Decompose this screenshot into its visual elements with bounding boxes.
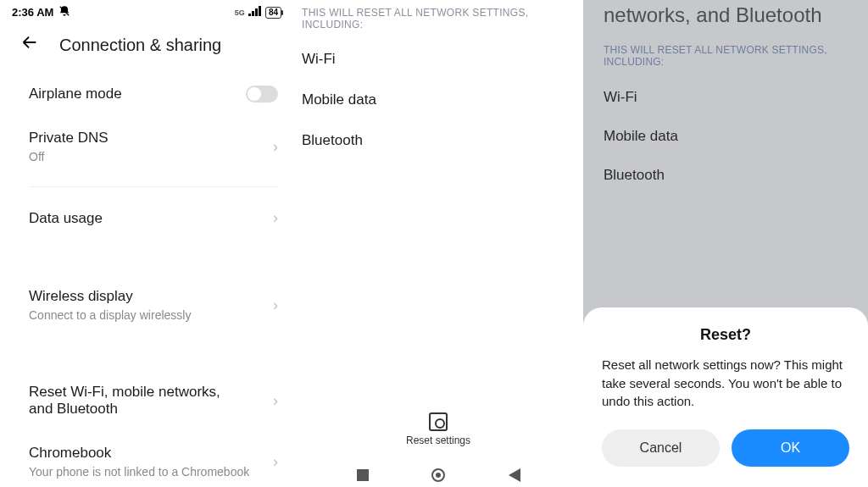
- dnd-icon: [58, 5, 70, 19]
- ok-button[interactable]: OK: [732, 429, 849, 467]
- chevron-right-icon: ›: [264, 453, 278, 471]
- row-wireless-display[interactable]: Wireless display Connect to a display wi…: [29, 274, 278, 336]
- divider: [29, 186, 278, 187]
- row-title: Airplane mode: [29, 86, 246, 102]
- settings-list: Airplane mode Private DNS Off › Data usa…: [0, 72, 293, 487]
- system-nav-bar: [293, 468, 583, 482]
- reset-icon: [429, 412, 448, 431]
- page-header: Connection & sharing: [0, 21, 293, 72]
- page-title-partial: networks, and Bluetooth: [583, 0, 868, 36]
- list-item-bluetooth: Bluetooth: [583, 156, 868, 195]
- reset-network-settings-screen: THIS WILL RESET ALL NETWORK SETTINGS, IN…: [293, 0, 583, 487]
- list-item-wifi: Wi-Fi: [302, 39, 575, 80]
- nav-back-icon[interactable]: [509, 468, 520, 482]
- battery-indicator: 84: [265, 7, 281, 19]
- row-reset-network[interactable]: Reset Wi-Fi, mobile networks, and Blueto…: [29, 370, 278, 431]
- row-title: Private DNS: [29, 130, 264, 147]
- list-item-mobile-data: Mobile data: [302, 80, 575, 120]
- reset-settings-button[interactable]: Reset settings: [293, 412, 583, 446]
- list-item-mobile-data: Mobile data: [583, 117, 868, 156]
- dialog-message: Reset all network settings now? This mig…: [602, 356, 849, 411]
- dialog-buttons: Cancel OK: [602, 429, 849, 467]
- reset-confirm-dialog-screen: networks, and Bluetooth THIS WILL RESET …: [583, 0, 868, 487]
- settings-connection-sharing-screen: 2:36 AM 5G 84 Connection & sharing Airpl…: [0, 0, 293, 487]
- confirm-dialog: Reset? Reset all network settings now? T…: [583, 307, 868, 487]
- status-bar: 2:36 AM 5G 84: [0, 0, 293, 21]
- row-private-dns[interactable]: Private DNS Off ›: [29, 116, 278, 178]
- signal-icon: [248, 6, 262, 19]
- section-caption: THIS WILL RESET ALL NETWORK SETTINGS, IN…: [583, 36, 868, 78]
- chevron-right-icon: ›: [264, 392, 278, 410]
- row-data-usage[interactable]: Data usage ›: [29, 196, 278, 241]
- network-icon: 5G: [235, 8, 245, 17]
- list-item-wifi: Wi-Fi: [583, 78, 868, 117]
- row-title: Chromebook: [29, 445, 264, 462]
- chevron-right-icon: ›: [264, 209, 278, 227]
- row-chromebook[interactable]: Chromebook Your phone is not linked to a…: [29, 431, 278, 487]
- airplane-toggle[interactable]: [246, 86, 278, 102]
- dialog-title: Reset?: [602, 326, 849, 344]
- back-icon[interactable]: [20, 33, 39, 57]
- cancel-button[interactable]: Cancel: [602, 429, 720, 467]
- reset-button-label: Reset settings: [293, 434, 583, 446]
- row-subtitle: Off: [29, 149, 264, 164]
- chevron-right-icon: ›: [264, 296, 278, 314]
- chevron-right-icon: ›: [264, 138, 278, 156]
- section-caption: THIS WILL RESET ALL NETWORK SETTINGS, IN…: [293, 0, 583, 39]
- row-airplane-mode[interactable]: Airplane mode: [29, 72, 278, 116]
- reset-items-list: Wi-Fi Mobile data Bluetooth: [293, 39, 583, 161]
- nav-home-icon[interactable]: [431, 468, 445, 482]
- row-title: Data usage: [29, 210, 264, 227]
- list-item-bluetooth: Bluetooth: [302, 120, 575, 161]
- row-title: Reset Wi-Fi, mobile networks, and Blueto…: [29, 384, 232, 418]
- row-subtitle: Connect to a display wirelessly: [29, 307, 264, 323]
- status-time: 2:36 AM: [12, 6, 53, 19]
- row-title: Wireless display: [29, 288, 264, 305]
- nav-recent-icon[interactable]: [357, 469, 369, 481]
- page-title: Connection & sharing: [59, 36, 221, 55]
- row-subtitle: Your phone is not linked to a Chromebook: [29, 464, 264, 479]
